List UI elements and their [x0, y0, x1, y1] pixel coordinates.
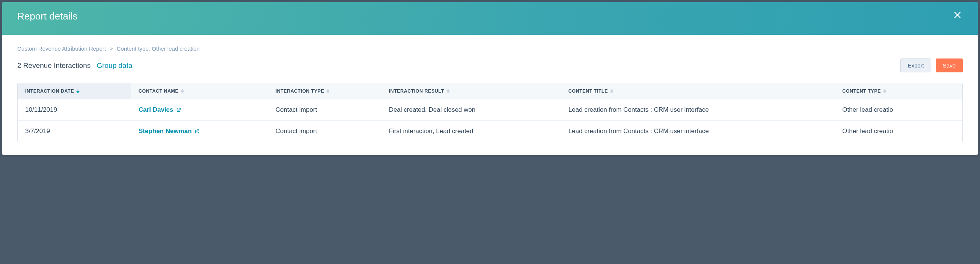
export-button[interactable]: Export [900, 58, 931, 73]
sort-icon [447, 89, 450, 93]
toolbar-right: Export Save [900, 58, 963, 73]
cell-type: Contact import [268, 121, 382, 142]
cell-date: 10/11/2019 [18, 100, 131, 121]
cell-ctype: Other lead creatio [835, 121, 963, 142]
external-link-icon [194, 129, 200, 134]
col-interaction-date[interactable]: INTERACTION DATE [18, 83, 131, 100]
sort-icon [610, 89, 614, 93]
breadcrumb: Custom Revenue Attribution Report > Cont… [17, 45, 963, 52]
cell-contact: Carl Davies [131, 100, 268, 121]
cell-title: Lead creation from Contacts : CRM user i… [561, 121, 835, 142]
table-row: 10/11/2019 Carl Davies Contact import De… [18, 100, 963, 121]
results-table: INTERACTION DATE CONTACT NAME [18, 83, 963, 142]
col-content-title[interactable]: CONTENT TITLE [561, 83, 835, 100]
sort-icon [883, 89, 886, 93]
chevron-right-icon: > [110, 45, 113, 52]
external-link-icon [176, 107, 181, 113]
sort-icon [181, 89, 184, 93]
close-button[interactable] [952, 11, 963, 19]
cell-title: Lead creation from Contacts : CRM user i… [561, 100, 835, 121]
sort-desc-icon [76, 89, 80, 93]
cell-contact: Stephen Newman [131, 121, 268, 142]
group-data-link[interactable]: Group data [97, 62, 132, 70]
contact-name: Stephen Newman [138, 128, 192, 135]
col-label: CONTENT TYPE [842, 89, 881, 94]
modal-body: Custom Revenue Attribution Report > Cont… [2, 35, 978, 155]
col-label: INTERACTION RESULT [389, 89, 444, 94]
col-contact-name[interactable]: CONTACT NAME [131, 83, 268, 100]
cell-result: First interaction, Lead created [382, 121, 561, 142]
contact-name: Carl Davies [138, 106, 173, 114]
table-header-row: INTERACTION DATE CONTACT NAME [18, 83, 963, 100]
results-table-wrap: INTERACTION DATE CONTACT NAME [17, 83, 963, 142]
contact-link[interactable]: Carl Davies [138, 106, 181, 114]
col-label: CONTACT NAME [138, 89, 178, 94]
cell-type: Contact import [268, 100, 382, 121]
cell-result: Deal created, Deal closed won [382, 100, 561, 121]
breadcrumb-current: Content type: Other lead creation [117, 45, 200, 52]
table-row: 3/7/2019 Stephen Newman Contact import F… [18, 121, 963, 142]
interactions-count: 2 Revenue Interactions [17, 62, 91, 70]
col-content-type[interactable]: CONTENT TYPE [835, 83, 963, 100]
report-details-modal: Report details Custom Revenue Attributio… [2, 2, 978, 155]
toolbar-left: 2 Revenue Interactions Group data [17, 62, 132, 70]
cell-ctype: Other lead creatio [835, 100, 963, 121]
sort-icon [326, 89, 330, 93]
close-icon [954, 11, 961, 19]
col-label: INTERACTION DATE [25, 89, 74, 94]
contact-link[interactable]: Stephen Newman [138, 128, 200, 135]
modal-header: Report details [2, 2, 978, 35]
cell-date: 3/7/2019 [18, 121, 131, 142]
modal-title: Report details [17, 11, 77, 22]
breadcrumb-root[interactable]: Custom Revenue Attribution Report [17, 45, 106, 52]
col-interaction-result[interactable]: INTERACTION RESULT [382, 83, 561, 100]
col-label: INTERACTION TYPE [275, 89, 325, 94]
toolbar: 2 Revenue Interactions Group data Export… [17, 58, 963, 73]
col-label: CONTENT TITLE [568, 89, 608, 94]
save-button[interactable]: Save [936, 58, 963, 73]
col-interaction-type[interactable]: INTERACTION TYPE [268, 83, 382, 100]
